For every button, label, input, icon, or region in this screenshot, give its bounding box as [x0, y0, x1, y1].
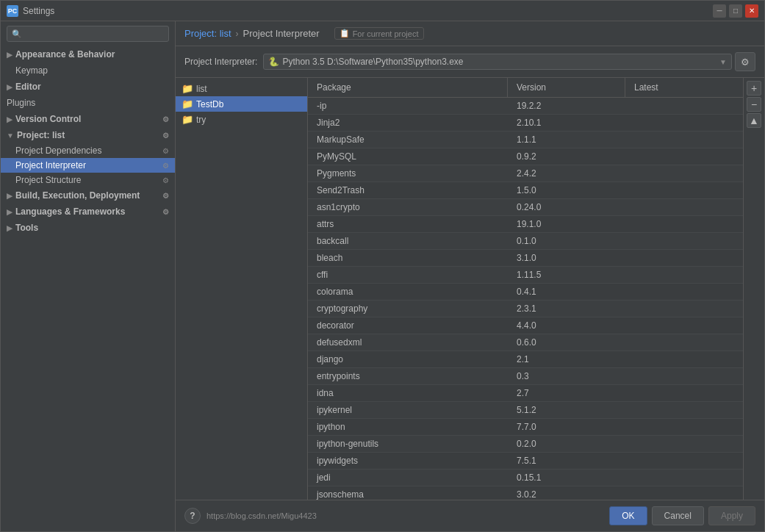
sidebar-item-editor[interactable]: ▶ Editor	[1, 79, 175, 95]
package-version-cell: 0.1.0	[508, 233, 625, 249]
sidebar-label: Project Structure	[15, 175, 81, 185]
sidebar-item-languages[interactable]: ▶ Languages & Frameworks ⚙	[1, 204, 175, 220]
sidebar-item-project-list[interactable]: ▼ Project: list ⚙	[1, 127, 175, 143]
breadcrumb-parent[interactable]: Project: list	[184, 28, 231, 39]
breadcrumb-current: Project Interpreter	[243, 28, 320, 39]
table-row[interactable]: attrs19.1.0	[308, 216, 743, 233]
sidebar-item-project-interpreter[interactable]: Project Interpreter ⚙	[1, 158, 175, 173]
interpreter-row: Project Interpreter: 🐍 Python 3.5 D:\Sof…	[176, 46, 764, 78]
add-package-button[interactable]: +	[747, 81, 761, 96]
remove-package-button[interactable]: −	[747, 97, 761, 112]
package-latest-cell	[625, 250, 743, 266]
settings-window: PC Settings ─ □ ✕ 🔍 ▶ Appearance & Behav…	[0, 0, 765, 532]
col-header-latest: Latest	[625, 78, 743, 97]
table-row[interactable]: backcall0.1.0	[308, 233, 743, 250]
apply-button[interactable]: Apply	[708, 506, 755, 525]
arrow-icon: ▶	[7, 192, 12, 200]
upgrade-package-button[interactable]: ▲	[747, 113, 761, 128]
package-name-cell: jedi	[308, 470, 508, 486]
table-row[interactable]: ipykernel5.1.2	[308, 402, 743, 419]
package-name-cell: attrs	[308, 216, 508, 232]
package-name-cell: MarkupSafe	[308, 132, 508, 148]
table-row[interactable]: bleach3.1.0	[308, 250, 743, 267]
package-version-cell: 0.4.1	[508, 284, 625, 300]
sidebar-label: Editor	[15, 82, 41, 92]
table-row[interactable]: decorator4.4.0	[308, 317, 743, 334]
tree-item-try[interactable]: 📁 try	[176, 112, 307, 127]
table-row[interactable]: cffi1.11.5	[308, 267, 743, 284]
table-row[interactable]: idna2.7	[308, 385, 743, 402]
package-latest-cell	[625, 182, 743, 198]
package-version-cell: 19.2.2	[508, 98, 625, 114]
package-name-cell: PyMySQL	[308, 148, 508, 165]
package-name-cell: asn1crypto	[308, 199, 508, 215]
minimize-button[interactable]: ─	[713, 4, 726, 18]
table-row[interactable]: colorama0.4.1	[308, 284, 743, 301]
maximize-button[interactable]: □	[729, 4, 742, 18]
status-text: https://blog.csdn.net/Migu4423	[206, 511, 317, 520]
search-box[interactable]: 🔍	[7, 26, 169, 42]
table-row[interactable]: Jinja22.10.1	[308, 115, 743, 132]
interpreter-top: 📁 list 📁 TestDb 📁 try	[176, 78, 764, 500]
package-latest-cell	[625, 233, 743, 249]
tag-text: For current project	[353, 29, 419, 38]
sidebar-item-appearance[interactable]: ▶ Appearance & Behavior	[1, 46, 175, 62]
close-button[interactable]: ✕	[745, 4, 758, 18]
table-row[interactable]: ipython-genutils0.2.0	[308, 436, 743, 453]
interpreter-settings-button[interactable]: ⚙	[735, 52, 755, 71]
sidebar-item-build[interactable]: ▶ Build, Execution, Deployment ⚙	[1, 187, 175, 204]
interp-badge: ⚙	[162, 162, 169, 170]
search-input[interactable]	[25, 29, 164, 39]
help-button[interactable]: ?	[184, 508, 201, 524]
sidebar-item-tools[interactable]: ▶ Tools	[1, 220, 175, 236]
package-table-container: Package Version Latest -ip19.2.2Jinja22.…	[308, 78, 743, 500]
python-icon: 🐍	[268, 57, 279, 67]
table-row[interactable]: Pygments2.4.2	[308, 165, 743, 182]
package-version-cell: 4.4.0	[508, 317, 625, 334]
table-row[interactable]: django2.1	[308, 351, 743, 368]
ok-button[interactable]: OK	[609, 506, 647, 525]
table-row[interactable]: jedi0.15.1	[308, 470, 743, 486]
cancel-button[interactable]: Cancel	[652, 506, 704, 525]
arrow-icon: ▶	[7, 51, 12, 59]
sidebar-item-keymap[interactable]: Keymap	[1, 62, 175, 79]
sidebar-item-vcs[interactable]: ▶ Version Control ⚙	[1, 111, 175, 127]
col-header-package: Package	[308, 78, 508, 97]
package-latest-cell	[625, 284, 743, 300]
tree-item-testdb[interactable]: 📁 TestDb	[176, 96, 307, 112]
table-row[interactable]: MarkupSafe1.1.1	[308, 132, 743, 148]
package-version-cell: 0.3	[508, 368, 625, 384]
tag-icon: 📋	[340, 29, 350, 38]
package-latest-cell	[625, 453, 743, 469]
arrow-icon: ▶	[7, 115, 12, 123]
content-panel: Project: list › Project Interpreter 📋 Fo…	[176, 21, 764, 531]
tree-item-list[interactable]: 📁 list	[176, 81, 307, 96]
app-icon: PC	[7, 5, 18, 17]
package-name-cell: idna	[308, 385, 508, 401]
sidebar-item-plugins[interactable]: Plugins	[1, 95, 175, 111]
table-row[interactable]: cryptography2.3.1	[308, 301, 743, 317]
table-row[interactable]: PyMySQL0.9.2	[308, 148, 743, 165]
col-header-version: Version	[508, 78, 625, 97]
table-row[interactable]: asn1crypto0.24.0	[308, 199, 743, 216]
table-row[interactable]: defusedxml0.6.0	[308, 334, 743, 351]
package-version-cell: 2.7	[508, 385, 625, 401]
window-title: Settings	[23, 6, 713, 16]
table-row[interactable]: ipywidgets7.5.1	[308, 453, 743, 470]
sidebar-label: Keymap	[15, 65, 48, 76]
table-row[interactable]: ipython7.7.0	[308, 419, 743, 436]
folder-icon: 📁	[182, 83, 193, 94]
table-row[interactable]: jsonschema3.0.2	[308, 486, 743, 500]
package-name-cell: Pygments	[308, 165, 508, 181]
package-latest-cell	[625, 148, 743, 165]
main-layout: 🔍 ▶ Appearance & Behavior Keymap ▶ Edito…	[1, 21, 764, 531]
package-latest-cell	[625, 351, 743, 367]
build-badge: ⚙	[162, 192, 169, 200]
interpreter-select[interactable]: 🐍 Python 3.5 D:\Software\Python35\python…	[263, 54, 732, 70]
sidebar-item-project-structure[interactable]: Project Structure ⚙	[1, 173, 175, 187]
sidebar-label: Build, Execution, Deployment	[15, 190, 140, 201]
sidebar-item-project-deps[interactable]: Project Dependencies ⚙	[1, 143, 175, 158]
table-row[interactable]: -ip19.2.2	[308, 98, 743, 115]
table-row[interactable]: Send2Trash1.5.0	[308, 182, 743, 199]
table-row[interactable]: entrypoints0.3	[308, 368, 743, 385]
